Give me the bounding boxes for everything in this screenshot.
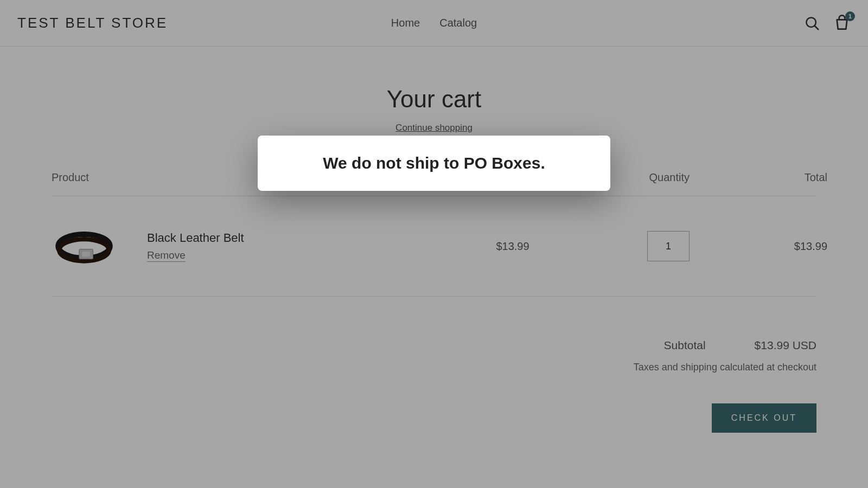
shipping-notice-modal: We do not ship to PO Boxes. — [258, 136, 610, 191]
modal-message: We do not ship to PO Boxes. — [292, 154, 576, 172]
modal-overlay[interactable]: We do not ship to PO Boxes. — [0, 0, 868, 488]
